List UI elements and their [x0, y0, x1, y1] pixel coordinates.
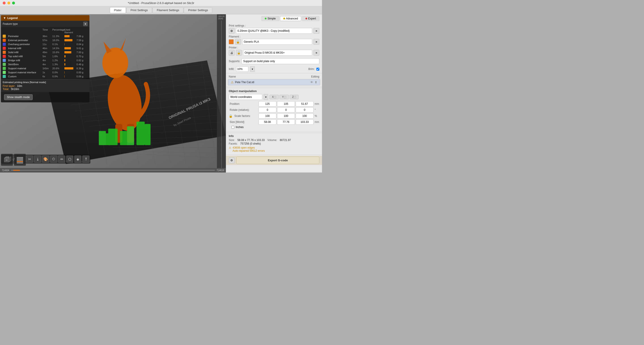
info-section: Info Size: 58.08 x 77.76 x 103.33 Volume…	[226, 133, 322, 154]
legend-row-label: Bridge infill	[8, 59, 42, 62]
scale-y-input[interactable]	[277, 113, 295, 119]
supports-dropdown[interactable]: Support on build plate only	[242, 58, 319, 64]
legend-bar	[64, 39, 72, 41]
axis-z-btn[interactable]: Z⬚	[290, 95, 298, 99]
legend-row-weight: 9.61 g	[76, 47, 88, 50]
rot-y-input[interactable]	[277, 107, 295, 113]
scale-x-input[interactable]	[258, 113, 276, 119]
printer-config[interactable]: ≡	[314, 50, 319, 56]
tool-support[interactable]: ⏲	[50, 156, 57, 163]
legend-row-weight: 0.00 g	[76, 71, 88, 74]
filament-row: 🔒 Generic PLA ≡	[229, 39, 319, 45]
axis-x-btn[interactable]: X⬚	[270, 95, 278, 99]
coord-dropdown-arrow[interactable]: ▼	[264, 94, 268, 100]
view-cube-button[interactable]: 3D	[1, 154, 13, 166]
mode-selector: Simple Advanced Expert	[226, 14, 322, 22]
svg-rect-55	[17, 161, 23, 162]
mode-expert-label: Expert	[308, 17, 316, 20]
first-layer-value: 10m	[17, 84, 22, 88]
eye-icon[interactable]: 👁	[310, 80, 313, 84]
print-settings-config[interactable]: ≡	[314, 28, 319, 34]
position-label: Position:	[229, 102, 258, 105]
printer-icon-btn[interactable]: 🖨	[229, 50, 234, 56]
tab-plater[interactable]: Plater	[110, 7, 126, 13]
filament-dropdown[interactable]: Generic PLA	[242, 39, 312, 45]
tool-cut[interactable]: ✂	[26, 156, 33, 163]
legend-row: Overhang perimeter 11s 0.1% 0.04 g	[1, 42, 90, 46]
manip-grid: Position: mm Rotate (relative): ° 🔒 Scal…	[229, 101, 319, 125]
tool-color[interactable]: 🎨	[42, 156, 49, 163]
h-scrollbar[interactable]	[11, 170, 215, 171]
legend-header: ▼ Legend	[1, 15, 90, 21]
printer-row: 🖨 🔒 Original Prusa i3 MK3S & MK3S+ ≡	[229, 50, 319, 56]
separator-1	[226, 73, 322, 73]
mode-expert[interactable]: Expert	[302, 16, 319, 21]
printer-dropdown[interactable]: Original Prusa i3 MK3S & MK3S+	[243, 50, 312, 56]
filament-color-swatch[interactable]	[229, 39, 234, 44]
tool-export[interactable]: ⤒	[82, 156, 90, 163]
brim-checkbox[interactable]	[316, 68, 319, 71]
bottom-ruler: 714604 714618	[0, 168, 226, 172]
stealth-mode-button[interactable]: Show stealth mode	[4, 94, 33, 100]
tab-filament-settings[interactable]: Filament Settings	[152, 7, 183, 13]
rot-x-input[interactable]	[258, 107, 276, 113]
h-scrollbar-thumb[interactable]	[13, 170, 20, 171]
tab-print-settings[interactable]: Print Settings	[126, 7, 152, 13]
infill-dropdown-btn[interactable]: ▼	[250, 66, 255, 72]
rot-z-input[interactable]	[296, 107, 314, 113]
tool-place[interactable]: ⤓	[34, 156, 41, 163]
legend-row-pct: 15.6%	[52, 51, 64, 54]
scale-label: Scale factors:	[234, 114, 251, 117]
scale-lock-icon[interactable]: 🔒	[229, 114, 232, 118]
legend-bar-cell	[64, 63, 76, 65]
layers-view-button[interactable]	[14, 154, 26, 166]
world-coord-dropdown[interactable]: World coordinates	[229, 94, 262, 100]
export-settings-gear[interactable]: ⚙	[229, 158, 234, 163]
legend-row-pct: 11.3%	[52, 35, 64, 37]
inches-label: Inches	[236, 126, 244, 129]
object-list-item[interactable]: ⚠ Pete The Cat.stl 👁 ⬆	[228, 79, 320, 85]
close-button[interactable]	[3, 1, 6, 4]
ruler-right: 714618	[217, 169, 224, 172]
pos-z-input[interactable]	[296, 101, 314, 107]
legend-row-label: Support material	[8, 67, 42, 70]
object-export-icon[interactable]: ⬆	[314, 80, 317, 84]
axis-y-btn[interactable]: Y⬚	[280, 95, 289, 99]
legend-bar-cell	[64, 67, 76, 69]
legend-bar	[64, 51, 71, 53]
legend-row-time: 5m	[42, 55, 52, 58]
mode-simple[interactable]: Simple	[262, 16, 279, 21]
size-y-input[interactable]	[277, 119, 295, 125]
svg-rect-40	[145, 124, 150, 145]
svg-rect-36	[127, 126, 134, 145]
object-manipulation-section: Object manipulation World coordinates ▼ …	[226, 88, 322, 131]
feature-type-dropdown[interactable]: ▼	[83, 22, 88, 26]
filament-lock[interactable]: 🔒	[235, 39, 241, 45]
printer-lock[interactable]: 🔒	[236, 50, 242, 56]
print-settings-gear[interactable]: ⚙	[229, 28, 234, 34]
inches-checkbox[interactable]	[232, 126, 234, 129]
svg-rect-37	[136, 122, 145, 145]
mode-advanced-label: Advanced	[286, 17, 298, 20]
svg-marker-50	[9, 157, 11, 162]
tool-hollow[interactable]: ⬡	[66, 156, 73, 163]
print-settings-dropdown[interactable]: 0.20mm QUALITY @MK3 - Copy (modified)	[236, 28, 312, 34]
export-gcode-button[interactable]: Export G-code	[236, 157, 319, 164]
mode-advanced[interactable]: Advanced	[280, 16, 301, 21]
maximize-button[interactable]	[12, 1, 15, 4]
legend-row-time: 11s	[42, 43, 52, 45]
right-sidebar: Simple Advanced Expert Print settings : …	[226, 14, 322, 172]
tool-mesh[interactable]: ◈	[74, 156, 82, 163]
pos-y-input[interactable]	[277, 101, 295, 107]
tool-seam[interactable]: ✏	[58, 156, 65, 163]
minimize-button[interactable]	[8, 1, 10, 4]
size-x-input[interactable]	[258, 119, 276, 125]
tab-printer-settings[interactable]: Printer Settings	[184, 7, 212, 13]
legend-row-pct: 18.0%	[52, 39, 64, 41]
scale-z-input[interactable]	[296, 113, 314, 119]
print-settings-section: Print settings : ⚙ 0.20mm QUALITY @MK3 -…	[226, 22, 322, 57]
size-z-input[interactable]	[296, 119, 314, 125]
filament-config[interactable]: ≡	[314, 39, 319, 45]
pos-x-input[interactable]	[258, 101, 276, 107]
infill-input[interactable]	[236, 66, 248, 72]
